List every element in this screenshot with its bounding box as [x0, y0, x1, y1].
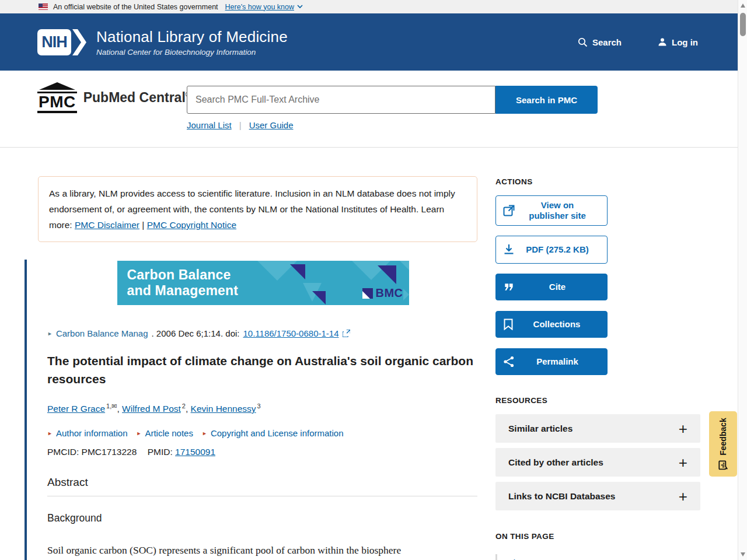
cited-by-label: Cited by other articles: [508, 457, 603, 468]
article-notes-link[interactable]: Article notes: [145, 428, 193, 438]
header-search-button[interactable]: Search: [578, 37, 622, 47]
author-link[interactable]: Wilfred M Post: [122, 404, 181, 414]
citation-marker-icon: ►: [47, 331, 53, 337]
feedback-label: Feedback: [718, 418, 728, 456]
nih-logo[interactable]: NIH: [37, 29, 86, 55]
cited-by-accordion[interactable]: Cited by other articles +: [495, 448, 700, 477]
meta-marker-icon: ►: [202, 430, 207, 436]
nlm-title: National Library of Medicine: [96, 28, 288, 46]
external-link-icon: [343, 330, 350, 337]
collections-button[interactable]: Collections: [495, 311, 608, 338]
nih-chevron-icon: [72, 29, 86, 55]
pdf-download-label: PDF (275.2 KB): [515, 244, 600, 255]
user-guide-link[interactable]: User Guide: [249, 120, 294, 130]
pmc-header: PMC PubMed Central® Search in PMC Journa…: [0, 71, 747, 148]
on-this-page-heading: ON THIS PAGE: [495, 532, 700, 541]
journal-banner: Carbon Balance and Management BMC: [117, 261, 409, 305]
copyright-license-link[interactable]: Copyright and License information: [211, 428, 344, 438]
author-link[interactable]: Peter R Grace: [47, 404, 105, 414]
bookmark-icon: [503, 318, 514, 330]
pmc-brand: PubMed Central®: [83, 90, 191, 106]
pmid-link[interactable]: 17150091: [175, 447, 215, 457]
main-content: As a library, NLM provides access to sci…: [0, 148, 747, 560]
pmc-logo[interactable]: PMC PubMed Central®: [37, 82, 191, 113]
pmc-search-input[interactable]: [187, 86, 495, 114]
pmc-temple-icon: PMC: [37, 82, 77, 113]
nlm-titles: National Library of Medicine National Ce…: [96, 28, 288, 57]
sidebar: ACTIONS View on publisher site PDF (275.…: [495, 177, 700, 560]
header-search-label: Search: [592, 37, 622, 47]
article-title: The potential impact of climate change o…: [47, 352, 479, 388]
pdf-download-button[interactable]: PDF (275.2 KB): [495, 236, 608, 264]
view-on-publisher-site-button[interactable]: View on publisher site: [495, 195, 608, 226]
search-icon: [578, 37, 588, 47]
view-on-publisher-site-label: View on publisher site: [522, 200, 592, 221]
login-label: Log in: [672, 37, 698, 47]
plus-icon: +: [679, 489, 687, 504]
citation-line: ► Carbon Balance Manag . 2006 Dec 6;1:14…: [47, 328, 479, 338]
bmc-label: BMC: [375, 286, 403, 300]
authors-line: Peter R Grace1,✉, Wilfred M Post2, Kevin…: [47, 402, 479, 414]
gov-banner: An official website of the United States…: [0, 0, 747, 13]
us-flag-icon: [39, 4, 48, 10]
chevron-down-icon: [297, 5, 303, 9]
ncbi-links-accordion[interactable]: Links to NCBI Databases +: [495, 482, 700, 510]
on-this-page-item: Abstract: [495, 554, 700, 560]
share-icon: [503, 356, 515, 368]
cite-label: Cite: [515, 282, 600, 292]
journal-link[interactable]: Carbon Balance Manag: [56, 328, 148, 338]
scrollbar-thumb[interactable]: [740, 13, 746, 36]
author-affiliation: 3: [257, 402, 261, 410]
actions-heading: ACTIONS: [495, 177, 700, 186]
download-icon: [503, 244, 515, 256]
scroll-down-arrow[interactable]: [741, 552, 745, 556]
collections-label: Collections: [514, 319, 600, 330]
search-in-pmc-button[interactable]: Search in PMC: [495, 86, 598, 114]
article-ids: PMCID: PMC1713228 PMID: 17150091: [47, 447, 479, 457]
pmc-logo-text: PMC: [37, 92, 77, 113]
author-separator: ,: [186, 404, 191, 414]
how-you-know-link[interactable]: Here's how you know: [225, 3, 303, 11]
pmcid-label: PMCID:: [47, 447, 79, 457]
pmc-brand-label: PubMed Central: [83, 90, 186, 105]
disclaimer-separator: |: [142, 220, 144, 230]
abstract-body-text: Soil organic carbon (SOC) represents a s…: [47, 542, 477, 558]
quote-icon: [503, 281, 515, 293]
similar-articles-accordion[interactable]: Similar articles +: [495, 414, 700, 443]
how-you-know-label: Here's how you know: [225, 3, 294, 11]
pmc-nav-links: Journal List | User Guide: [187, 120, 294, 130]
background-heading: Background: [47, 512, 479, 524]
feedback-tab[interactable]: Feedback: [709, 411, 737, 477]
external-link-icon: [503, 205, 515, 216]
nih-logo-box: NIH: [37, 29, 71, 55]
pmid-label: PMID:: [148, 447, 173, 457]
plus-icon: +: [679, 455, 687, 470]
citation-details: . 2006 Dec 6;1:14. doi:: [152, 328, 240, 338]
nlm-subtitle: National Center for Biotechnology Inform…: [96, 48, 288, 57]
meta-marker-icon: ►: [47, 430, 53, 436]
cite-button[interactable]: Cite: [495, 274, 608, 300]
nlm-disclaimer-box: As a library, NLM provides access to sci…: [38, 176, 477, 242]
person-icon: [658, 37, 667, 47]
meta-marker-icon: ►: [137, 430, 142, 436]
pmc-copyright-link[interactable]: PMC Copyright Notice: [147, 220, 236, 230]
feedback-chart-icon: [718, 460, 728, 470]
article-column: Carbon Balance and Management BMC ► Carb…: [25, 260, 479, 560]
author-link[interactable]: Kevin Hennessy: [191, 404, 256, 414]
bmc-logo: BMC: [362, 286, 403, 300]
pmc-disclaimer-link[interactable]: PMC Disclaimer: [75, 220, 139, 230]
resources-heading: RESOURCES: [495, 396, 700, 405]
bmc-mark-icon: [362, 288, 373, 299]
page-scrollbar[interactable]: [738, 0, 747, 560]
nlm-header: NIH National Library of Medicine Nationa…: [0, 13, 747, 71]
author-affiliation: 1,✉: [106, 402, 117, 410]
doi-link[interactable]: 10.1186/1750-0680-1-14: [243, 328, 338, 338]
login-button[interactable]: Log in: [658, 37, 698, 47]
similar-articles-label: Similar articles: [508, 424, 573, 434]
journal-list-link[interactable]: Journal List: [187, 120, 232, 130]
author-information-link[interactable]: Author information: [56, 428, 128, 438]
pmcid-value: PMC1713228: [82, 447, 137, 457]
permalink-button[interactable]: Permalink: [495, 348, 608, 375]
scroll-up-arrow[interactable]: [741, 4, 745, 8]
article-meta-links: ►Author information ►Article notes ►Copy…: [47, 428, 479, 438]
